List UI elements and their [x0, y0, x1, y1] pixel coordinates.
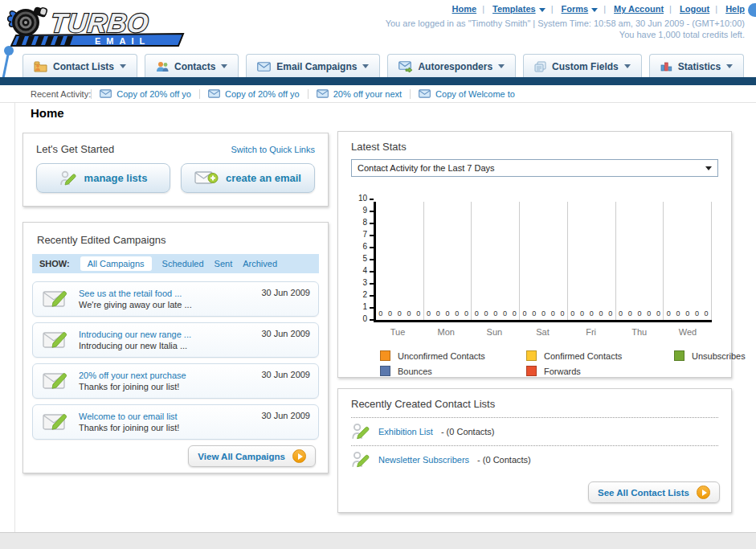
campaign-title-link[interactable]: 20% off your next purchase	[79, 371, 186, 380]
view-all-campaigns-button[interactable]: View All Campaigns	[188, 445, 316, 467]
header: TURBO EMAIL Home| Templates| Forms| My A…	[0, 0, 756, 53]
recent-activity-link[interactable]: Copy of Welcome to	[435, 89, 515, 99]
tab-all-campaigns[interactable]: All Campaigns	[80, 256, 152, 271]
svg-text:EMAIL: EMAIL	[95, 36, 150, 46]
create-email-button[interactable]: create an email	[181, 163, 315, 193]
top-nav-help[interactable]: Help	[725, 4, 745, 14]
envelope-plus-icon	[194, 170, 219, 186]
stats-dropdown[interactable]: Contact Activity for the Last 7 Days	[351, 159, 718, 177]
chevron-down-icon	[624, 64, 631, 68]
chart-day-column: 00000	[520, 202, 568, 320]
orange-arrow-icon	[292, 449, 306, 463]
chart-day-column: 00000	[616, 202, 664, 320]
legend-swatch-forwards	[526, 366, 537, 376]
orange-arrow-icon	[697, 485, 710, 499]
separator: |	[603, 4, 606, 14]
pencil-person-icon	[351, 422, 370, 441]
nav-tab-label: Statistics	[678, 61, 721, 72]
chevron-down-icon	[362, 64, 369, 68]
nav-tab-contacts[interactable]: Contacts	[145, 54, 239, 78]
top-nav-logout[interactable]: Logout	[680, 4, 709, 14]
chart-day-column: 00000	[376, 202, 424, 320]
campaign-title-link[interactable]: Welcome to our email list	[79, 412, 178, 421]
session-line: You are logged in as "Timothy Smith" | S…	[386, 18, 745, 29]
chart-day-column: 00000	[472, 202, 520, 320]
campaign-row[interactable]: 20% off your next purchaseThanks for joi…	[32, 363, 319, 399]
turbo-logo: TURBO EMAIL	[5, 2, 191, 50]
recent-activity-link[interactable]: Copy of 20% off yo	[116, 89, 191, 99]
legend-swatch-unsubscribes	[674, 350, 684, 361]
contact-list-link[interactable]: Newsletter Subscribers	[378, 455, 469, 465]
legend-label: Confirmed Contacts	[544, 351, 622, 361]
envelope-pencil-icon	[43, 371, 70, 391]
nav-tab-label: Contact Lists	[53, 61, 114, 72]
contact-list-link[interactable]: Exhibition List	[378, 427, 433, 436]
tab-scheduled[interactable]: Scheduled	[162, 259, 204, 268]
nav-tab-label: Autoresponders	[418, 61, 492, 72]
tab-archived[interactable]: Archived	[243, 259, 277, 268]
nav-tab-contact-lists[interactable]: Contact Lists	[22, 54, 137, 78]
separator: |	[482, 4, 484, 14]
switch-quick-links[interactable]: Switch to Quick Links	[231, 145, 315, 154]
pencil-person-icon	[351, 450, 370, 469]
page-title: Home	[31, 106, 64, 120]
recent-activity-item: 20% off your next	[308, 89, 410, 99]
envelope-icon	[100, 89, 112, 98]
campaign-row[interactable]: See us at the retail food ...We're givin…	[32, 281, 319, 317]
view-all-campaigns-label: View All Campaigns	[198, 452, 285, 461]
recent-activity-link[interactable]: Copy of 20% off yo	[225, 89, 300, 99]
campaign-title-link[interactable]: Introducing our new range ...	[79, 330, 191, 339]
chevron-down-icon	[498, 64, 505, 68]
top-nav: Home| Templates| Forms| My Account| Logo…	[452, 4, 745, 14]
campaign-title-link[interactable]: See us at the retail food ...	[79, 289, 182, 298]
top-nav-my-account[interactable]: My Account	[614, 4, 664, 14]
envelope-icon	[208, 89, 220, 98]
legend-item: Unsubscribes	[674, 350, 746, 361]
campaign-row[interactable]: Welcome to our email listThanks for join…	[32, 404, 319, 440]
footer-strip	[0, 532, 756, 549]
campaigns-panel: Recently Edited Campaigns SHOW: All Camp…	[22, 222, 329, 473]
get-started-title: Let's Get Started	[36, 143, 114, 155]
envelope-icon	[317, 89, 329, 98]
nav-tab-autoresponders[interactable]: Autoresponders	[387, 54, 516, 78]
envelope-pencil-icon	[43, 412, 70, 432]
create-email-label: create an email	[226, 172, 301, 184]
show-label: SHOW:	[39, 259, 70, 268]
stats-dropdown-value: Contact Activity for the Last 7 Days	[358, 163, 705, 173]
svg-text:TURBO: TURBO	[49, 8, 150, 38]
campaigns-list: See us at the retail food ...We're givin…	[32, 281, 319, 440]
recent-activity-item: Copy of 20% off yo	[199, 89, 308, 99]
recent-activity-bar: Recent Activity: Copy of 20% off yo Copy…	[0, 85, 756, 103]
campaign-row[interactable]: Introducing our new range ...Introducing…	[32, 322, 319, 358]
chart-day-column: 00000	[568, 202, 616, 320]
chevron-down-icon	[726, 64, 733, 68]
contact-lists-panel: Recently Created Contact Lists Exhibitio…	[337, 388, 732, 513]
nav-tab-statistics[interactable]: Statistics	[649, 54, 744, 78]
latest-stats-title: Latest Stats	[351, 141, 718, 153]
nav-tab-custom-fields[interactable]: Custom Fields	[523, 54, 642, 78]
navy-divider-bar	[0, 77, 756, 85]
top-nav-home[interactable]: Home	[452, 4, 477, 14]
corner-dot-decor	[748, 3, 756, 17]
recent-activity-item: Copy of 20% off yo	[91, 89, 199, 99]
session-info: You are logged in as "Timothy Smith" | S…	[386, 18, 745, 40]
campaign-subtitle: Thanks for joining our list!	[79, 381, 252, 392]
nav-tab-email-campaigns[interactable]: Email Campaigns	[246, 54, 380, 78]
campaign-subtitle: We're giving away our late ...	[79, 299, 252, 310]
top-nav-forms[interactable]: Forms	[562, 4, 599, 14]
tab-sent[interactable]: Sent	[215, 259, 233, 268]
chart-legend: Unconfirmed Contacts Confirmed Contacts …	[380, 350, 718, 376]
nav-tab-label: Email Campaigns	[276, 61, 357, 72]
manage-lists-button[interactable]: manage lists	[36, 163, 170, 193]
chart-day-column: 00000	[664, 202, 712, 320]
see-all-contact-lists-button[interactable]: See All Contact Lists	[588, 481, 720, 503]
nav-tab-label: Contacts	[174, 61, 215, 72]
chevron-down-icon	[120, 64, 126, 68]
pages-icon	[534, 61, 546, 72]
chart-plot: 00000000000000000000000000000000000	[374, 202, 712, 322]
dropdown-caret-icon	[705, 166, 712, 170]
recent-activity-link[interactable]: 20% off your next	[333, 89, 402, 99]
top-nav-templates[interactable]: Templates	[492, 4, 546, 14]
campaign-date: 30 Jun 2009	[261, 288, 310, 297]
chevron-down-icon	[591, 8, 598, 12]
